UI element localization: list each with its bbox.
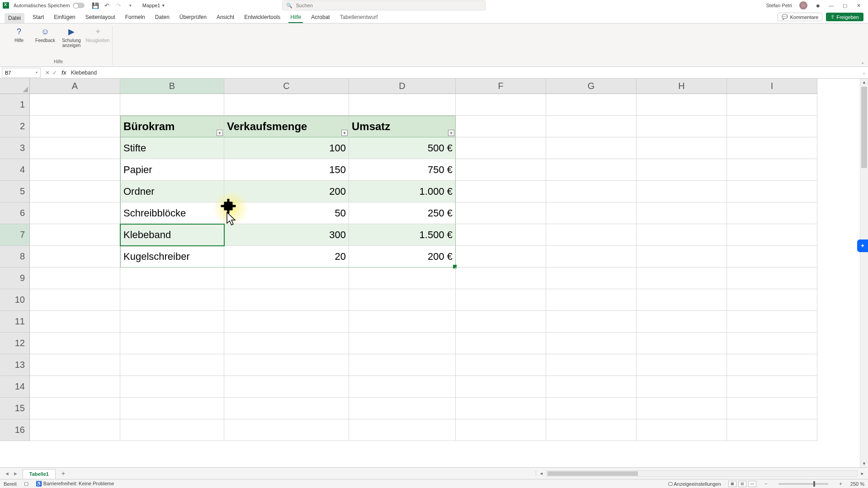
- empty-cell[interactable]: [224, 311, 349, 333]
- empty-cell[interactable]: [30, 376, 120, 398]
- empty-cell[interactable]: [120, 376, 224, 398]
- empty-cell[interactable]: [546, 116, 637, 137]
- empty-cell[interactable]: [637, 116, 727, 137]
- cell-C6[interactable]: 50: [224, 202, 349, 224]
- row-header-1[interactable]: 1: [0, 94, 30, 116]
- empty-cell[interactable]: [456, 116, 546, 137]
- cell-C5[interactable]: 200: [224, 181, 349, 202]
- empty-cell[interactable]: [456, 376, 546, 398]
- empty-cell[interactable]: [30, 246, 120, 267]
- row-header-3[interactable]: 3: [0, 137, 30, 159]
- col-header-D[interactable]: D: [349, 79, 456, 94]
- empty-cell[interactable]: [637, 137, 727, 159]
- empty-cell[interactable]: [349, 398, 456, 419]
- empty-cell[interactable]: [30, 333, 120, 354]
- empty-cell[interactable]: [456, 137, 546, 159]
- row-header-7[interactable]: 7: [0, 224, 30, 246]
- cell-B3[interactable]: Stifte: [120, 137, 224, 159]
- tab-view[interactable]: Ansicht: [215, 12, 236, 23]
- document-name[interactable]: Mappe1 ▾: [142, 3, 165, 8]
- hscroll-split-icon[interactable]: ⋮: [533, 470, 538, 476]
- empty-cell[interactable]: [30, 181, 120, 202]
- empty-cell[interactable]: [30, 354, 120, 376]
- cell-B6[interactable]: Schreibblöcke: [120, 202, 224, 224]
- empty-cell[interactable]: [727, 419, 817, 441]
- empty-cell[interactable]: [456, 267, 546, 289]
- empty-cell[interactable]: [349, 354, 456, 376]
- side-panel-icon[interactable]: ✦: [857, 239, 868, 252]
- empty-cell[interactable]: [224, 94, 349, 116]
- empty-cell[interactable]: [546, 376, 637, 398]
- cell-D6[interactable]: 250 €: [349, 202, 456, 224]
- cell-C3[interactable]: 100: [224, 137, 349, 159]
- tab-start[interactable]: Start: [31, 12, 46, 23]
- empty-cell[interactable]: [456, 159, 546, 181]
- empty-cell[interactable]: [456, 333, 546, 354]
- empty-cell[interactable]: [224, 398, 349, 419]
- diamond-icon[interactable]: ◆: [815, 2, 821, 9]
- empty-cell[interactable]: [637, 224, 727, 246]
- ribbon-collapse-icon[interactable]: ⌄: [861, 60, 864, 65]
- empty-cell[interactable]: [349, 267, 456, 289]
- empty-cell[interactable]: [637, 419, 727, 441]
- sheet-next-icon[interactable]: ►: [13, 471, 18, 476]
- empty-cell[interactable]: [224, 289, 349, 311]
- tab-tabledesign[interactable]: Tabellenentwurf: [338, 12, 380, 23]
- tab-file[interactable]: Datei: [5, 13, 24, 23]
- cell-D8[interactable]: 200 €: [349, 246, 456, 267]
- scroll-up-icon[interactable]: ▲: [860, 79, 868, 86]
- empty-cell[interactable]: [546, 181, 637, 202]
- empty-cell[interactable]: [120, 311, 224, 333]
- redo-icon[interactable]: ↷: [115, 2, 123, 9]
- row-header-10[interactable]: 10: [0, 289, 30, 311]
- empty-cell[interactable]: [637, 354, 727, 376]
- empty-cell[interactable]: [637, 311, 727, 333]
- empty-cell[interactable]: [727, 376, 817, 398]
- row-header-8[interactable]: 8: [0, 246, 30, 267]
- select-all-corner[interactable]: [0, 79, 30, 94]
- empty-cell[interactable]: [224, 376, 349, 398]
- empty-cell[interactable]: [727, 159, 817, 181]
- scrollbar-thumb[interactable]: [547, 471, 638, 476]
- empty-cell[interactable]: [546, 267, 637, 289]
- empty-cell[interactable]: [120, 267, 224, 289]
- empty-cell[interactable]: [120, 354, 224, 376]
- row-header-9[interactable]: 9: [0, 267, 30, 289]
- display-settings[interactable]: 🖵 Anzeigeeinstellungen: [668, 481, 721, 487]
- empty-cell[interactable]: [727, 311, 817, 333]
- empty-cell[interactable]: [30, 267, 120, 289]
- empty-cell[interactable]: [727, 398, 817, 419]
- row-header-2[interactable]: 2: [0, 116, 30, 137]
- cell-C4[interactable]: 150: [224, 159, 349, 181]
- filter-icon[interactable]: ▾: [448, 130, 454, 136]
- close-icon[interactable]: ✕: [855, 2, 862, 9]
- empty-cell[interactable]: [456, 354, 546, 376]
- row-header-15[interactable]: 15: [0, 398, 30, 419]
- tab-review[interactable]: Überprüfen: [178, 12, 208, 23]
- empty-cell[interactable]: [224, 354, 349, 376]
- empty-cell[interactable]: [546, 419, 637, 441]
- cell-B5[interactable]: Ordner: [120, 181, 224, 202]
- cell-D4[interactable]: 750 €: [349, 159, 456, 181]
- cell-B7[interactable]: Klebeband: [120, 224, 224, 246]
- col-header-A[interactable]: A: [30, 79, 120, 94]
- empty-cell[interactable]: [727, 137, 817, 159]
- autosave[interactable]: Automatisches Speichern: [14, 3, 85, 8]
- empty-cell[interactable]: [637, 159, 727, 181]
- col-header-H[interactable]: H: [637, 79, 727, 94]
- empty-cell[interactable]: [224, 333, 349, 354]
- cell-C8[interactable]: 20: [224, 246, 349, 267]
- training-button[interactable]: ▶ Schulung anzeigen: [61, 26, 82, 48]
- undo-icon[interactable]: ↶: [104, 2, 111, 9]
- zoom-in-icon[interactable]: ＋: [838, 480, 843, 487]
- empty-cell[interactable]: [349, 94, 456, 116]
- col-header-G[interactable]: G: [546, 79, 637, 94]
- empty-cell[interactable]: [456, 224, 546, 246]
- empty-cell[interactable]: [349, 419, 456, 441]
- cell-D7[interactable]: 1.500 €: [349, 224, 456, 246]
- row-header-11[interactable]: 11: [0, 311, 30, 333]
- zoom-out-icon[interactable]: －: [764, 480, 769, 487]
- empty-cell[interactable]: [120, 398, 224, 419]
- empty-cell[interactable]: [30, 202, 120, 224]
- empty-cell[interactable]: [120, 94, 224, 116]
